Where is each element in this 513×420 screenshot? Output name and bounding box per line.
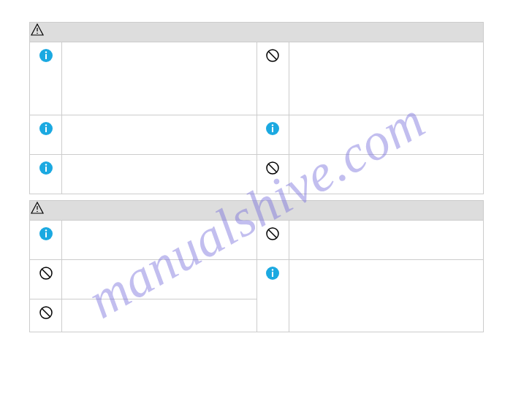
table-header	[30, 23, 483, 42]
prohibit-icon	[39, 266, 53, 280]
text-cell	[62, 42, 257, 115]
info-icon	[39, 161, 53, 175]
info-icon	[265, 121, 280, 136]
text-cell	[289, 221, 484, 259]
table-row	[30, 115, 483, 154]
text-cell	[62, 221, 257, 259]
text-cell	[289, 155, 484, 194]
icon-cell	[30, 299, 62, 332]
icon-cell	[30, 260, 62, 299]
icon-cell	[257, 155, 289, 194]
table-header	[30, 201, 483, 220]
table-row	[30, 220, 483, 259]
icon-cell	[30, 155, 62, 194]
warning-triangle-icon	[30, 201, 45, 215]
icon-cell	[30, 115, 62, 154]
icon-cell	[30, 42, 62, 115]
icon-cell	[257, 260, 289, 332]
table-row	[30, 299, 256, 332]
prohibit-icon	[265, 226, 280, 241]
icon-cell	[257, 221, 289, 259]
icon-cell	[257, 42, 289, 115]
prohibit-icon	[39, 305, 53, 320]
table-row	[30, 154, 483, 194]
text-cell	[62, 260, 256, 299]
warning-triangle-icon	[30, 23, 45, 37]
icon-cell	[257, 115, 289, 154]
prohibit-icon	[265, 48, 280, 63]
info-icon	[39, 48, 53, 63]
prohibit-icon	[265, 161, 280, 175]
text-cell	[62, 155, 257, 194]
safety-table-2	[29, 200, 484, 332]
text-cell	[289, 42, 484, 115]
table-row	[30, 42, 483, 115]
table-row	[30, 259, 256, 299]
text-cell	[289, 115, 484, 154]
text-cell	[289, 260, 484, 332]
info-icon	[39, 226, 53, 241]
info-icon	[39, 121, 53, 136]
info-icon	[265, 266, 280, 280]
text-cell	[62, 299, 256, 332]
text-cell	[62, 115, 257, 154]
icon-cell	[30, 221, 62, 259]
safety-table-1	[29, 22, 484, 194]
